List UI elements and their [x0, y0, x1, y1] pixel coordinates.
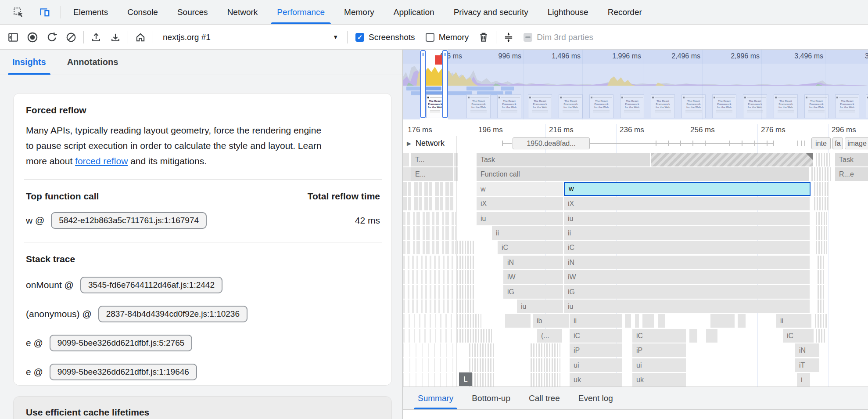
flame-bar[interactable]	[818, 300, 825, 313]
details-tab-bottom-up[interactable]: Bottom-up	[463, 387, 520, 409]
inspect-icon[interactable]	[9, 4, 28, 21]
flame-bar[interactable]	[651, 153, 813, 166]
flame-bar[interactable]	[816, 329, 826, 343]
download-profile-icon[interactable]	[106, 29, 125, 46]
flame-bar[interactable]	[818, 256, 825, 269]
flame-bar-uk[interactable]: uk	[570, 373, 622, 386]
flame-bar[interactable]	[635, 314, 639, 328]
network-request-chip[interactable]: image	[845, 137, 868, 149]
tab-network[interactable]: Network	[218, 0, 268, 24]
tab-recorder[interactable]: Recorder	[598, 0, 652, 24]
flame-bar-iu[interactable]: iu	[564, 212, 810, 225]
details-tab-event-log[interactable]: Event log	[569, 387, 622, 409]
timeline-minimap[interactable]: The ReactFrameworkfor the WebThe ReactFr…	[403, 50, 868, 119]
flame-bar[interactable]	[816, 212, 827, 225]
flame-bar-uk[interactable]: uk	[632, 373, 686, 386]
flame-bar[interactable]	[457, 300, 475, 313]
flame-bar-ib[interactable]: ib	[533, 314, 569, 328]
flame-bar[interactable]	[818, 285, 825, 299]
flame-bar[interactable]	[457, 256, 475, 269]
flame-bar-it[interactable]: iT	[795, 358, 819, 372]
tab-lighthouse[interactable]: Lighthouse	[538, 0, 598, 24]
flame-bar-ii[interactable]: ii	[776, 314, 811, 328]
flame-bar[interactable]	[818, 270, 825, 284]
sidebar-tab-annotations[interactable]: Annotations	[57, 50, 129, 75]
network-track[interactable]: ▶ Network 1950.dea8fad...intefaimage	[403, 136, 868, 152]
flame-bar[interactable]	[505, 314, 531, 328]
network-request-chip[interactable]: 1950.dea8fad...	[513, 137, 590, 149]
tab-privacy-and-security[interactable]: Privacy and security	[444, 0, 538, 24]
sidebar-tab-insights[interactable]: Insights	[2, 50, 57, 75]
forced-reflow-link[interactable]: forced reflow	[75, 156, 128, 166]
clear-icon[interactable]	[61, 29, 81, 46]
flame-bar-iu[interactable]: iu	[517, 300, 563, 313]
flame-bar[interactable]	[706, 329, 717, 343]
memory-checkbox[interactable]	[426, 33, 434, 42]
flame-bar-task[interactable]: Task	[835, 153, 868, 166]
flame-bar-in[interactable]: iN	[503, 256, 563, 269]
flame-bar[interactable]	[469, 373, 495, 386]
source-location-chip[interactable]: 5842-e12b863a5c711761.js:1:167974	[51, 212, 207, 229]
flame-bar-ig[interactable]: iG	[503, 285, 563, 299]
flame-bar-ii[interactable]: ii	[492, 226, 563, 240]
device-toolbar-icon[interactable]	[35, 4, 54, 21]
tab-memory[interactable]: Memory	[334, 0, 384, 24]
flame-bar-ix[interactable]: iX	[477, 197, 563, 210]
flame-bar-[interactable]: (...	[537, 329, 562, 343]
tab-sources[interactable]: Sources	[168, 0, 218, 24]
source-location-chip[interactable]: 9099-5bee326dd621dfbf.js:5:2765	[50, 335, 192, 351]
re-record-icon[interactable]	[42, 29, 61, 46]
flame-bar-ip[interactable]: iP	[632, 343, 686, 357]
flame-bar-ui[interactable]: ui	[632, 358, 686, 372]
flame-bar[interactable]	[815, 314, 828, 328]
flame-bar-in[interactable]: iN	[795, 343, 819, 357]
flame-bar[interactable]	[531, 358, 560, 372]
flame-bar[interactable]	[457, 270, 475, 284]
flame-bar[interactable]	[816, 241, 827, 254]
network-request-chip[interactable]: inte	[811, 137, 831, 149]
details-tab-summary[interactable]: Summary	[409, 387, 463, 409]
flame-bar-in[interactable]: iN	[564, 256, 810, 269]
flame-bar-t[interactable]: T...	[411, 153, 453, 166]
flame-bar[interactable]	[816, 226, 827, 240]
next-insight-card[interactable]: Use efficient cache lifetimes	[13, 396, 392, 419]
screenshots-checkbox[interactable]: ✓	[355, 33, 364, 42]
flame-bar-function-call[interactable]: Function call	[477, 167, 809, 181]
flame-bar-ic[interactable]: iC	[632, 329, 686, 343]
flame-bar-w[interactable]: w	[477, 182, 563, 196]
flame-bar[interactable]	[469, 358, 495, 372]
live-metrics-icon[interactable]	[131, 29, 150, 46]
flame-bar[interactable]	[531, 343, 560, 357]
flame-bar-r-e[interactable]: R...e	[835, 167, 868, 181]
selection-range-handle[interactable]: ‖	[420, 50, 426, 118]
flame-bar[interactable]	[625, 314, 631, 328]
flame-bar-ix[interactable]: iX	[564, 197, 810, 210]
flame-bar-ii[interactable]: ii	[564, 226, 810, 240]
tab-console[interactable]: Console	[118, 0, 168, 24]
flame-bar-ig[interactable]: iG	[564, 285, 810, 299]
flame-bar[interactable]	[457, 285, 475, 299]
history-dropdown[interactable]: nextjs.org #1 ▼	[156, 33, 344, 42]
flame-bar[interactable]	[814, 197, 829, 210]
flame-bar[interactable]	[403, 153, 409, 166]
flame-bar-iw[interactable]: iW	[564, 270, 810, 284]
flame-bar[interactable]	[457, 314, 481, 328]
network-disclosure-icon[interactable]: ▶	[407, 140, 411, 147]
network-request-chip[interactable]: fa	[832, 137, 843, 149]
upload-profile-icon[interactable]	[86, 29, 106, 46]
tab-elements[interactable]: Elements	[64, 0, 118, 24]
flame-bar[interactable]	[710, 314, 735, 328]
filmstrip-thumbnail[interactable]: The ReactFrameworkfor the Web	[426, 94, 444, 118]
flame-bar[interactable]	[816, 153, 832, 166]
record-icon[interactable]	[23, 29, 42, 46]
flame-bar[interactable]	[658, 314, 665, 328]
tab-application[interactable]: Application	[384, 0, 444, 24]
source-location-chip[interactable]: 2837-84b4d4394cd0f92e.js:1:10236	[98, 306, 247, 322]
memory-toggle[interactable]: Memory	[420, 33, 474, 42]
flame-bar-e[interactable]: E...	[411, 167, 453, 181]
flame-bar-w[interactable]: w	[564, 182, 811, 196]
flame-bar[interactable]	[738, 314, 746, 328]
flame-bar-ic[interactable]: iC	[564, 241, 810, 254]
flame-bar-ii[interactable]: ii	[570, 314, 622, 328]
flame-bar[interactable]	[642, 314, 654, 328]
